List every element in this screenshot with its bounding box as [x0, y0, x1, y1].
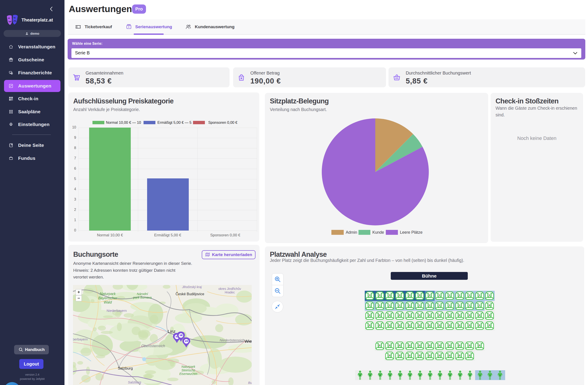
svg-text:Wald: Wald: [104, 300, 112, 304]
svg-text:Burg: Burg: [248, 381, 252, 385]
svg-text:okres Jindřichův: okres Jindřichův: [218, 287, 241, 291]
svg-text:berbayern: berbayern: [73, 337, 88, 341]
svg-text:Wien: Wien: [245, 339, 252, 344]
svg-text:Bayerischer: Bayerischer: [98, 296, 117, 300]
svg-text:Jihočeský kraj: Jihočeský kraj: [182, 285, 202, 289]
svg-text:Linz: Linz: [168, 329, 176, 334]
svg-text:Salzburg: Salzburg: [128, 380, 141, 384]
svg-text:Steirische: Steirische: [181, 368, 195, 372]
svg-text:Národní: Národní: [137, 292, 148, 296]
svg-text:Naturpark: Naturpark: [181, 365, 195, 368]
svg-text:Niederösterreich: Niederösterreich: [220, 338, 244, 342]
svg-text:Eisenwurzen: Eisenwurzen: [179, 372, 197, 376]
svg-text:Oberösterreich: Oberösterreich: [141, 344, 165, 348]
svg-text:Hradec: Hradec: [225, 291, 235, 294]
svg-text:Salzburg: Salzburg: [118, 366, 133, 370]
svg-text:Niederbayern: Niederbayern: [106, 309, 127, 312]
svg-text:Naturpark: Naturpark: [100, 292, 116, 296]
svg-text:park Šumava: park Šumava: [133, 296, 152, 299]
svg-text:České Budějovice: České Budějovice: [176, 292, 204, 296]
